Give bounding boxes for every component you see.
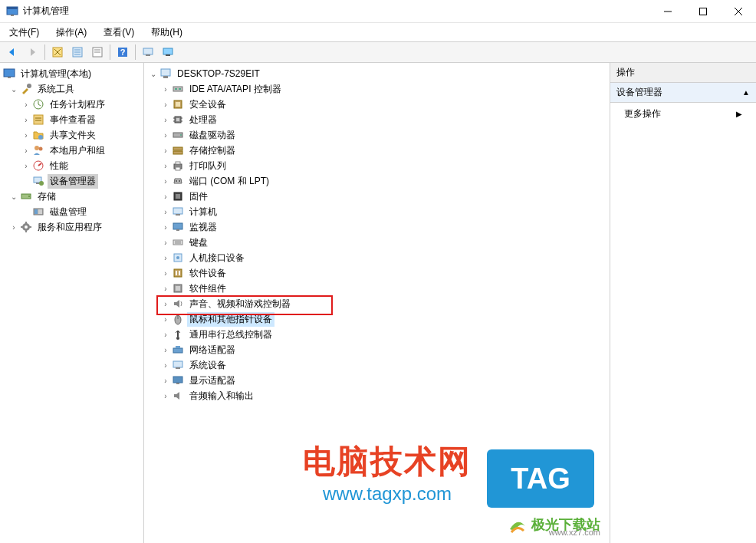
back-button[interactable]	[3, 44, 21, 61]
device-software-devices[interactable]: ›软件设备	[144, 265, 610, 281]
help-button[interactable]: ?	[113, 44, 132, 61]
device-print-queue[interactable]: ›打印队列	[144, 158, 610, 173]
device-storage-ctrl[interactable]: ›存储控制器	[144, 143, 610, 158]
device-network[interactable]: ›网络适配器	[144, 342, 610, 357]
device-manager-button[interactable]	[159, 44, 177, 61]
device-usb[interactable]: ›通用串行总线控制器	[144, 327, 610, 342]
svg-rect-2	[11, 15, 14, 16]
svg-rect-46	[179, 88, 181, 90]
tree-device-manager[interactable]: 设备管理器	[0, 173, 143, 189]
expand-icon[interactable]: ›	[161, 192, 170, 201]
actions-more[interactable]: 更多操作 ▶	[610, 103, 756, 125]
tree-shared-folders[interactable]: › 共享文件夹	[0, 127, 143, 143]
minimize-button[interactable]	[650, 0, 685, 22]
expand-icon[interactable]: ›	[161, 130, 170, 140]
tree-label: 事件查看器	[48, 113, 98, 127]
expand-icon[interactable]: ›	[21, 115, 31, 124]
menu-action[interactable]: 操作(A)	[53, 25, 90, 41]
tree-system-tools[interactable]: ⌄ 系统工具	[0, 81, 143, 97]
expand-icon[interactable]: ›	[21, 161, 31, 170]
tree-root[interactable]: 计算机管理(本地)	[0, 66, 143, 81]
device-display[interactable]: ›显示适配器	[144, 373, 610, 388]
device-audio-io[interactable]: ›音频输入和输出	[144, 388, 610, 403]
tree-performance[interactable]: › 性能	[0, 158, 143, 173]
collapse-icon[interactable]: ▲	[742, 88, 750, 97]
expand-icon[interactable]: ›	[161, 299, 170, 308]
expand-icon[interactable]: ›	[161, 146, 170, 155]
device-mouse[interactable]: ›鼠标和其他指针设备	[144, 311, 610, 327]
export-button[interactable]	[88, 44, 107, 61]
expand-icon[interactable]: ›	[161, 330, 170, 339]
device-sound[interactable]: ›声音、视频和游戏控制器	[144, 296, 610, 311]
expand-icon[interactable]: ›	[161, 284, 170, 293]
device-tree[interactable]: ⌄ DESKTOP-7S29EIT ›IDE ATA/ATAPI 控制器 ›安全…	[144, 63, 610, 543]
collapse-icon[interactable]: ⌄	[149, 69, 158, 78]
tree-label: 固件	[187, 189, 210, 204]
keyboard-icon	[172, 236, 184, 248]
show-hide-button[interactable]	[48, 44, 67, 61]
expand-icon[interactable]: ›	[161, 376, 170, 385]
network-icon	[172, 344, 184, 356]
tree-event-viewer[interactable]: › 事件查看器	[0, 112, 143, 127]
expand-icon[interactable]: ›	[161, 207, 170, 216]
close-button[interactable]	[721, 0, 756, 22]
aurora-icon	[507, 514, 528, 535]
expand-icon[interactable]: ›	[161, 222, 170, 232]
svg-point-82	[176, 337, 179, 340]
expand-icon[interactable]: ›	[161, 100, 170, 109]
navigation-tree[interactable]: 计算机管理(本地) ⌄ 系统工具 › 任务计划程序 › 事件查看器 › 共享文件…	[0, 63, 144, 543]
expand-icon[interactable]: ›	[161, 253, 170, 262]
device-software-components[interactable]: ›软件组件	[144, 281, 610, 296]
svg-rect-67	[176, 214, 180, 216]
menu-file[interactable]: 文件(F)	[6, 25, 42, 41]
device-firmware[interactable]: ›固件	[144, 189, 610, 204]
expand-icon[interactable]: ›	[161, 176, 170, 186]
expand-icon[interactable]: ›	[21, 100, 31, 109]
actions-context[interactable]: 设备管理器 ▲	[610, 83, 756, 103]
expand-icon[interactable]: ›	[21, 146, 31, 155]
scan-button[interactable]	[139, 44, 157, 61]
menu-view[interactable]: 查看(V)	[100, 25, 137, 41]
expand-icon[interactable]: ›	[21, 130, 31, 140]
maximize-button[interactable]	[685, 0, 721, 22]
menu-help[interactable]: 帮助(H)	[148, 25, 186, 41]
device-computer[interactable]: ›计算机	[144, 204, 610, 219]
device-security[interactable]: ›安全设备	[144, 97, 610, 112]
device-system[interactable]: ›系统设备	[144, 357, 610, 373]
expand-icon[interactable]: ›	[161, 84, 170, 94]
device-hid[interactable]: ›人机接口设备	[144, 250, 610, 265]
device-ports[interactable]: ›端口 (COM 和 LPT)	[144, 173, 610, 189]
expand-icon[interactable]: ›	[161, 391, 170, 400]
tree-services[interactable]: › 服务和应用程序	[0, 219, 143, 235]
svg-rect-77	[179, 271, 180, 275]
expand-icon[interactable]: ›	[161, 161, 170, 170]
properties-button[interactable]	[68, 44, 87, 61]
device-cpu[interactable]: ›处理器	[144, 112, 610, 127]
expand-icon[interactable]: ›	[161, 345, 170, 354]
device-keyboard[interactable]: ›键盘	[144, 235, 610, 250]
svg-point-34	[39, 181, 44, 186]
expand-icon[interactable]: ›	[9, 222, 18, 232]
tree-task-scheduler[interactable]: › 任务计划程序	[0, 97, 143, 112]
svg-rect-75	[174, 269, 182, 277]
tree-storage[interactable]: ⌄ 存储	[0, 189, 143, 204]
expand-icon[interactable]: ›	[161, 360, 170, 370]
expand-icon[interactable]: ›	[161, 238, 170, 247]
device-ide[interactable]: ›IDE ATA/ATAPI 控制器	[144, 81, 610, 97]
svg-rect-25	[34, 115, 43, 124]
svg-rect-20	[166, 54, 170, 56]
forward-button[interactable]	[23, 44, 41, 61]
device-disk-drives[interactable]: ›磁盘驱动器	[144, 127, 610, 143]
tree-local-users[interactable]: › 本地用户和组	[0, 143, 143, 158]
device-root[interactable]: ⌄ DESKTOP-7S29EIT	[144, 66, 610, 81]
expand-icon[interactable]: ›	[161, 115, 170, 124]
device-monitor[interactable]: ›监视器	[144, 219, 610, 235]
collapse-icon[interactable]: ⌄	[9, 192, 18, 201]
tree-disk-management[interactable]: 磁盘管理	[0, 204, 143, 219]
expand-icon[interactable]: ›	[161, 268, 170, 278]
expand-icon[interactable]: ›	[161, 314, 170, 324]
tree-label: 存储	[35, 189, 58, 204]
svg-rect-68	[173, 223, 182, 229]
firmware-icon	[172, 190, 184, 202]
collapse-icon[interactable]: ⌄	[9, 84, 18, 94]
